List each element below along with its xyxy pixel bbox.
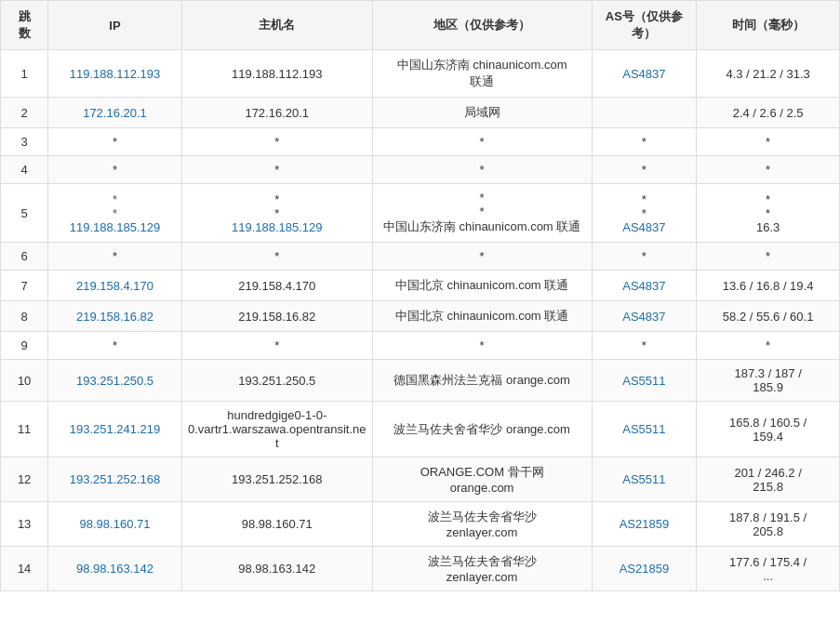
cell-region: * (372, 243, 592, 271)
cell-time: 187.3 / 187 /185.9 (697, 360, 840, 402)
table-row: 11193.251.241.219hundredgige0-1-0-0.vart… (1, 402, 840, 457)
table-row: 8219.158.16.82219.158.16.82中国北京 chinauni… (1, 301, 840, 332)
cell-region: * (372, 332, 592, 360)
cell-hostname: * (181, 128, 372, 156)
cell-ip[interactable]: 193.251.241.219 (48, 402, 182, 457)
cell-hop: 6 (1, 243, 48, 271)
cell-ip[interactable]: 172.16.20.1 (48, 98, 182, 128)
cell-ip: * (48, 128, 182, 156)
cell-hop: 9 (1, 332, 48, 360)
table-row: 3***** (1, 128, 840, 156)
cell-ip: * (48, 332, 182, 360)
cell-hostname: 193.251.252.168 (181, 457, 372, 502)
cell-region: 波兰马佐夫舍省华沙zenlayer.com (372, 547, 592, 591)
table-row: 5**119.188.185.129**119.188.185.129**中国山… (1, 184, 840, 243)
cell-hop: 5 (1, 184, 48, 243)
cell-region: 中国山东济南 chinaunicom.com联通 (372, 50, 592, 98)
cell-hostname: 219.158.16.82 (181, 301, 372, 332)
header-hostname: 主机名 (181, 1, 372, 50)
header-hop: 跳数 (1, 1, 48, 50)
table-row: 9***** (1, 332, 840, 360)
cell-as[interactable]: **AS4837 (592, 184, 697, 243)
traceroute-table-container: 跳数 IP 主机名 地区（仅供参考） AS号（仅供参考） 时间（毫秒） 1119… (0, 0, 840, 591)
cell-hostname: hundredgige0-1-0-0.vartr1.warszawa.opent… (181, 402, 372, 457)
cell-region: 中国北京 chinaunicom.com 联通 (372, 301, 592, 332)
header-region: 地区（仅供参考） (372, 1, 592, 50)
table-row: 12193.251.252.168193.251.252.168ORANGE.C… (1, 457, 840, 502)
cell-as: * (592, 243, 697, 271)
traceroute-table: 跳数 IP 主机名 地区（仅供参考） AS号（仅供参考） 时间（毫秒） 1119… (0, 0, 840, 591)
cell-ip: * (48, 156, 182, 184)
cell-hop: 10 (1, 360, 48, 402)
cell-hostname: * (181, 332, 372, 360)
cell-time: 177.6 / 175.4 /... (697, 547, 840, 591)
cell-hop: 4 (1, 156, 48, 184)
table-row: 6***** (1, 243, 840, 271)
cell-as[interactable]: AS5511 (592, 457, 697, 502)
cell-time: * (697, 243, 840, 271)
table-row: 1398.98.160.7198.98.160.71波兰马佐夫舍省华沙zenla… (1, 502, 840, 547)
cell-as[interactable]: AS5511 (592, 402, 697, 457)
cell-time: * (697, 156, 840, 184)
table-header-row: 跳数 IP 主机名 地区（仅供参考） AS号（仅供参考） 时间（毫秒） (1, 1, 840, 50)
cell-region: * (372, 128, 592, 156)
cell-ip[interactable]: 219.158.16.82 (48, 301, 182, 332)
cell-as[interactable]: AS4837 (592, 50, 697, 98)
cell-time: * (697, 128, 840, 156)
cell-hop: 2 (1, 98, 48, 128)
cell-ip[interactable]: 193.251.250.5 (48, 360, 182, 402)
cell-as[interactable]: AS21859 (592, 502, 697, 547)
cell-as: * (592, 128, 697, 156)
cell-hostname: 219.158.4.170 (181, 271, 372, 301)
cell-ip[interactable]: 98.98.160.71 (48, 502, 182, 547)
cell-hop: 13 (1, 502, 48, 547)
cell-time: **16.3 (697, 184, 840, 243)
cell-time: 58.2 / 55.6 / 60.1 (697, 301, 840, 332)
cell-region: ORANGE.COM 骨干网orange.com (372, 457, 592, 502)
cell-hop: 14 (1, 547, 48, 591)
cell-ip[interactable]: **119.188.185.129 (48, 184, 182, 243)
table-row: 1498.98.163.14298.98.163.142波兰马佐夫舍省华沙zen… (1, 547, 840, 591)
cell-hop: 11 (1, 402, 48, 457)
cell-hostname: **119.188.185.129 (181, 184, 372, 243)
cell-as: * (592, 332, 697, 360)
cell-time: 165.8 / 160.5 /159.4 (697, 402, 840, 457)
cell-region: 波兰马佐夫舍省华沙 orange.com (372, 402, 592, 457)
cell-region: 中国北京 chinaunicom.com 联通 (372, 271, 592, 301)
cell-region: * (372, 156, 592, 184)
cell-as (592, 98, 697, 128)
cell-as[interactable]: AS4837 (592, 301, 697, 332)
table-row: 7219.158.4.170219.158.4.170中国北京 chinauni… (1, 271, 840, 301)
cell-region: 局域网 (372, 98, 592, 128)
cell-hop: 7 (1, 271, 48, 301)
cell-ip[interactable]: 98.98.163.142 (48, 547, 182, 591)
cell-ip[interactable]: 193.251.252.168 (48, 457, 182, 502)
cell-as: * (592, 156, 697, 184)
cell-hop: 3 (1, 128, 48, 156)
cell-time: 13.6 / 16.8 / 19.4 (697, 271, 840, 301)
header-ip: IP (48, 1, 182, 50)
cell-hostname: 119.188.112.193 (181, 50, 372, 98)
table-row: 2172.16.20.1172.16.20.1局域网2.4 / 2.6 / 2.… (1, 98, 840, 128)
cell-region: **中国山东济南 chinaunicom.com 联通 (372, 184, 592, 243)
cell-hostname: * (181, 243, 372, 271)
cell-time: 4.3 / 21.2 / 31.3 (697, 50, 840, 98)
cell-hostname: * (181, 156, 372, 184)
cell-ip[interactable]: 119.188.112.193 (48, 50, 182, 98)
cell-as[interactable]: AS5511 (592, 360, 697, 402)
header-as: AS号（仅供参考） (592, 1, 697, 50)
cell-as[interactable]: AS4837 (592, 271, 697, 301)
cell-ip[interactable]: 219.158.4.170 (48, 271, 182, 301)
table-row: 10193.251.250.5193.251.250.5德国黑森州法兰克福 or… (1, 360, 840, 402)
cell-hostname: 98.98.160.71 (181, 502, 372, 547)
cell-hop: 1 (1, 50, 48, 98)
header-time: 时间（毫秒） (697, 1, 840, 50)
cell-hop: 12 (1, 457, 48, 502)
cell-hop: 8 (1, 301, 48, 332)
table-row: 4***** (1, 156, 840, 184)
cell-as[interactable]: AS21859 (592, 547, 697, 591)
cell-ip: * (48, 243, 182, 271)
cell-time: 201 / 246.2 /215.8 (697, 457, 840, 502)
cell-hostname: 172.16.20.1 (181, 98, 372, 128)
cell-hostname: 98.98.163.142 (181, 547, 372, 591)
